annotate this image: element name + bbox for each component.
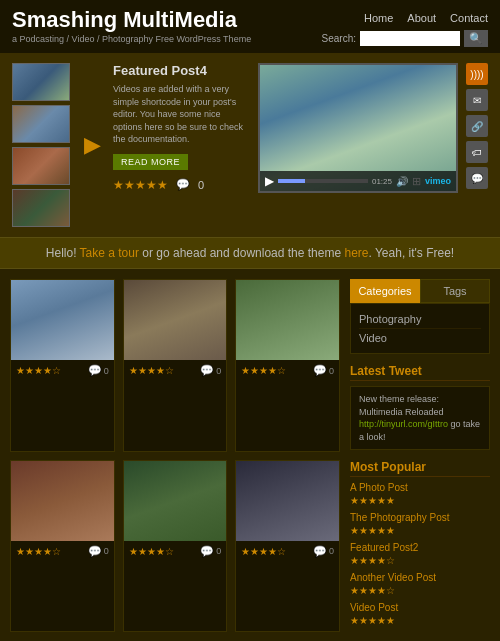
featured-meta: ★★★★★ 💬 0 (113, 178, 244, 192)
post-comment-6: 💬 0 (313, 545, 334, 558)
post-stars-6: ★★★★☆ (241, 546, 286, 557)
post-img-inner-5 (124, 461, 227, 541)
promo-text-before: Hello! (46, 246, 80, 260)
popular-item-2: Featured Post2 ★★★★☆ (350, 542, 490, 566)
post-image-3 (236, 280, 339, 360)
tab-content: PhotographyVideo (350, 303, 490, 354)
play-button[interactable]: ▶ (265, 174, 274, 188)
video-player[interactable]: ▶ 01:25 🔊 ⊞ vimeo (258, 63, 458, 193)
post-stars-3: ★★★★☆ (241, 365, 286, 376)
header-nav: Home About Contact (364, 12, 488, 24)
popular-title-3[interactable]: Another Video Post (350, 572, 490, 583)
popular-item-0: A Photo Post ★★★★★ (350, 482, 490, 506)
tweet-box: New theme release: Multimedia Reloaded h… (350, 386, 490, 450)
nav-about[interactable]: About (407, 12, 436, 24)
promo-tour-link[interactable]: Take a tour (80, 246, 139, 260)
featured-comment-icon: 💬 (176, 178, 190, 191)
nav-contact[interactable]: Contact (450, 12, 488, 24)
tabs-area: Categories Tags PhotographyVideo (350, 279, 490, 354)
popular-title-2[interactable]: Featured Post2 (350, 542, 490, 553)
category-item[interactable]: Video (359, 329, 481, 347)
header-right: Home About Contact Search: 🔍 (322, 8, 488, 47)
comment-bubble-6: 💬 (313, 545, 327, 558)
promo-here-link[interactable]: here (344, 246, 368, 260)
featured-post-desc: Videos are added with a very simple shor… (113, 83, 244, 146)
post-img-inner-4 (11, 461, 114, 541)
main-content: ★★★★☆ 💬 0 ★★★★☆ 💬 0 ★★★★☆ 💬 0 (0, 269, 500, 641)
comment-count-5: 0 (216, 546, 221, 556)
popular-title-0[interactable]: A Photo Post (350, 482, 490, 493)
mail-icon[interactable]: ✉ (466, 89, 488, 111)
post-card-3[interactable]: ★★★★☆ 💬 0 (235, 279, 340, 452)
post-footer-6: ★★★★☆ 💬 0 (236, 541, 339, 562)
comment-bubble-2: 💬 (200, 364, 214, 377)
popular-title-1[interactable]: The Photography Post (350, 512, 490, 523)
post-comment-3: 💬 0 (313, 364, 334, 377)
comment-bubble-3: 💬 (313, 364, 327, 377)
most-popular-title: Most Popular (350, 460, 490, 477)
popular-stars-3: ★★★★☆ (350, 585, 490, 596)
popular-item-3: Another Video Post ★★★★☆ (350, 572, 490, 596)
post-comment-2: 💬 0 (200, 364, 221, 377)
bubble-icon[interactable]: 💬 (466, 167, 488, 189)
category-item[interactable]: Photography (359, 310, 481, 329)
tab-categories[interactable]: Categories (350, 279, 420, 303)
post-stars-4: ★★★★☆ (16, 546, 61, 557)
post-img-inner-6 (236, 461, 339, 541)
nav-home[interactable]: Home (364, 12, 393, 24)
comment-count-2: 0 (216, 366, 221, 376)
read-more-button[interactable]: READ MORE (113, 154, 188, 170)
progress-fill (278, 179, 305, 183)
search-button[interactable]: 🔍 (464, 30, 488, 47)
tweet-link[interactable]: http://tinyurl.com/gIttro (359, 419, 448, 429)
popular-list: A Photo Post ★★★★★ The Photography Post … (350, 482, 490, 626)
most-popular-section: Most Popular A Photo Post ★★★★★ The Phot… (350, 460, 490, 626)
volume-icon[interactable]: 🔊 (396, 176, 408, 187)
sidebar: Categories Tags PhotographyVideo Latest … (350, 279, 490, 632)
tweet-text: New theme release: Multimedia Reloaded (359, 394, 444, 417)
featured-thumb-3[interactable] (12, 147, 70, 185)
search-input[interactable] (360, 31, 460, 46)
header: Smashing MultiMedia a Podcasting / Video… (0, 0, 500, 53)
post-card-1[interactable]: ★★★★☆ 💬 0 (10, 279, 115, 452)
post-image-4 (11, 461, 114, 541)
post-card-5[interactable]: ★★★★☆ 💬 0 (123, 460, 228, 633)
promo-text-middle: or go ahead and download the theme (139, 246, 345, 260)
post-comment-1: 💬 0 (88, 364, 109, 377)
post-stars-2: ★★★★☆ (129, 365, 174, 376)
popular-title-4[interactable]: Video Post (350, 602, 490, 613)
featured-text: Featured Post4 Videos are added with a v… (113, 63, 248, 227)
rss-icon[interactable]: )))) (466, 63, 488, 85)
post-image-1 (11, 280, 114, 360)
post-image-2 (124, 280, 227, 360)
site-subtitle: a Podcasting / Video / Photography Free … (12, 34, 251, 44)
search-label: Search: (322, 33, 356, 44)
posts-grid: ★★★★☆ 💬 0 ★★★★☆ 💬 0 ★★★★☆ 💬 0 (10, 279, 340, 632)
featured-section: ▶ Featured Post4 Videos are added with a… (0, 53, 500, 237)
post-stars-1: ★★★★☆ (16, 365, 61, 376)
post-card-4[interactable]: ★★★★☆ 💬 0 (10, 460, 115, 633)
popular-item-1: The Photography Post ★★★★★ (350, 512, 490, 536)
tag-icon[interactable]: 🏷 (466, 141, 488, 163)
post-img-inner-1 (11, 280, 114, 360)
post-card-6[interactable]: ★★★★☆ 💬 0 (235, 460, 340, 633)
tab-bar: Categories Tags (350, 279, 490, 303)
comment-bubble-5: 💬 (200, 545, 214, 558)
comment-count-6: 0 (329, 546, 334, 556)
link-icon[interactable]: 🔗 (466, 115, 488, 137)
popular-stars-4: ★★★★★ (350, 615, 490, 626)
video-controls: ▶ 01:25 🔊 ⊞ vimeo (260, 171, 456, 191)
site-title-area: Smashing MultiMedia a Podcasting / Video… (12, 8, 251, 44)
site-title: Smashing MultiMedia (12, 8, 251, 32)
tab-tags[interactable]: Tags (420, 279, 490, 303)
post-stars-5: ★★★★☆ (129, 546, 174, 557)
post-img-inner-3 (236, 280, 339, 360)
post-footer-1: ★★★★☆ 💬 0 (11, 360, 114, 381)
featured-thumb-1[interactable] (12, 63, 70, 101)
featured-thumb-4[interactable] (12, 189, 70, 227)
post-card-2[interactable]: ★★★★☆ 💬 0 (123, 279, 228, 452)
post-footer-4: ★★★★☆ 💬 0 (11, 541, 114, 562)
comment-count-1: 0 (104, 366, 109, 376)
featured-thumb-2[interactable] (12, 105, 70, 143)
progress-bar[interactable] (278, 179, 368, 183)
